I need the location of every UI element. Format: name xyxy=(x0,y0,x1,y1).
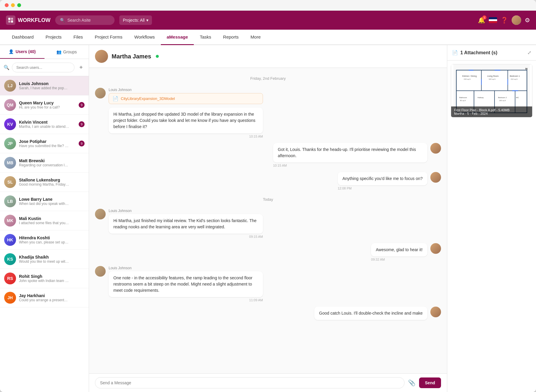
chat-header: Martha James xyxy=(89,45,447,68)
message-time: 10:15 AM xyxy=(273,164,287,167)
message-group: Louis Johnson Hi Martha, just finished m… xyxy=(95,209,263,238)
nav-more[interactable]: More xyxy=(245,30,267,45)
attach-button[interactable]: 📎 xyxy=(408,379,416,386)
groups-icon: 👥 xyxy=(56,50,61,54)
user-preview: Good morning Martha, Friday's here xyxy=(19,182,69,187)
user-avatar: LB xyxy=(4,195,16,207)
user-avatar: JH xyxy=(4,292,16,304)
users-icon: 👤 xyxy=(9,49,14,54)
projects-dropdown[interactable]: Projects: All ▾ xyxy=(119,15,152,25)
chat-input-area: 📎 Send xyxy=(89,373,447,392)
user-name: Hitendra Koshti xyxy=(19,235,85,240)
expand-icon[interactable]: ⤢ xyxy=(527,50,531,55)
message-content: Louis Johnson One note - in the accessib… xyxy=(109,266,263,302)
minimize-button[interactable] xyxy=(11,3,15,7)
nav-amessage[interactable]: aMessage xyxy=(161,30,194,45)
list-item[interactable]: QM Queen Mary Lucy Hi, are you free for … xyxy=(0,95,89,115)
message-bubble: Awesome, glad to hear it! xyxy=(371,243,427,256)
attachment-filename: First Floor Plan - Block A.pdf - 5.40MB xyxy=(454,108,529,112)
nav-workflows[interactable]: Workflows xyxy=(129,30,161,45)
message-group: Awesome, glad to hear it! 09:32 AM xyxy=(371,243,441,261)
add-user-button[interactable]: + xyxy=(77,63,85,72)
tab-users[interactable]: 👤 Users (40) xyxy=(0,45,45,59)
settings-icon[interactable]: ⚙ xyxy=(525,17,530,24)
user-info: Stallone Lukensburg Good morning Martha,… xyxy=(19,178,85,187)
attachment-header: 📄 1 Attachment (s) ⤢ xyxy=(447,45,536,60)
message-avatar xyxy=(430,143,441,154)
attachment-preview: N Kitchen / Dining 240 sq ft Living Room xyxy=(451,64,532,117)
user-avatar: JP xyxy=(4,138,16,149)
date-divider-today: Today xyxy=(95,195,441,204)
svg-rect-0 xyxy=(8,18,10,20)
user-info: Jose Potiphar Have you submitted the fil… xyxy=(19,139,76,148)
user-name: Jose Potiphar xyxy=(19,139,76,144)
tab-groups[interactable]: 👥 Groups xyxy=(45,45,89,59)
document-icon: 📄 xyxy=(452,50,458,55)
chat-messages: Friday, 2nd February Louis Johnson 📄 Cit… xyxy=(89,68,447,373)
title-bar xyxy=(0,0,536,11)
list-item[interactable]: KS Khadija Shaikh Would you like to meet… xyxy=(0,250,89,269)
svg-rect-3 xyxy=(11,20,13,23)
message-bubble: Hi Martha, just finished my initial revi… xyxy=(109,214,263,234)
chat-contact-name: Martha James xyxy=(112,53,151,60)
message-sender: Louis Johnson xyxy=(109,209,263,213)
message-sender: Louis Johnson xyxy=(109,88,263,92)
list-item[interactable]: MB Matt Brewski Regarding our conversati… xyxy=(0,153,89,173)
svg-text:85 sq ft: 85 sq ft xyxy=(460,100,466,101)
message-avatar xyxy=(95,88,106,98)
send-button[interactable]: Send xyxy=(419,377,441,388)
unread-badge: 9 xyxy=(79,141,85,146)
nav-bar: Dashboard Projects Files Project Forms W… xyxy=(0,30,536,45)
svg-text:Kitchen / Dining: Kitchen / Dining xyxy=(462,75,477,77)
user-info: Queen Mary Lucy Hi, are you free for a c… xyxy=(19,101,76,109)
list-item[interactable]: RS Rohit Singh John spoke with Indian te… xyxy=(0,269,89,288)
nav-projects[interactable]: Projects xyxy=(39,30,67,45)
list-item[interactable]: JH Jay Harkhani Could you arrange a pres… xyxy=(0,288,89,307)
list-item[interactable]: SL Stallone Lukensburg Good morning Mart… xyxy=(0,173,89,192)
search-placeholder: Search Asite xyxy=(67,18,91,23)
list-item[interactable]: MK Mali Kustin I attached some files tha… xyxy=(0,211,89,230)
notification-icon[interactable]: 🔔 1 xyxy=(478,17,485,24)
list-item[interactable]: HK Hitendra Koshti When you can, please … xyxy=(0,230,89,250)
message-time: 11:09 AM xyxy=(249,298,263,302)
maximize-button[interactable] xyxy=(17,3,21,7)
list-item[interactable]: KV Kelvin Vincent Martha, I am unable to… xyxy=(0,115,89,134)
search-bar[interactable]: 🔍 Search Asite xyxy=(55,15,115,25)
nav-tasks[interactable]: Tasks xyxy=(194,30,217,45)
language-flag[interactable] xyxy=(489,17,497,23)
user-preview: Have you submitted the file? Client is..… xyxy=(19,144,69,148)
svg-text:190 sq ft: 190 sq ft xyxy=(499,100,506,101)
svg-text:Bathroom: Bathroom xyxy=(459,97,467,98)
nav-files[interactable]: Files xyxy=(68,30,89,45)
user-avatar: SL xyxy=(4,176,16,188)
search-input[interactable] xyxy=(12,63,74,72)
help-icon[interactable]: ❓ xyxy=(501,17,508,24)
svg-rect-12 xyxy=(481,70,508,91)
notification-badge: 1 xyxy=(482,15,486,20)
logo-area: WORKFLOW xyxy=(6,15,50,25)
list-item[interactable]: LB Lowe Barry Lane When last did you spe… xyxy=(0,192,89,211)
list-item[interactable]: JP Jose Potiphar Have you submitted the … xyxy=(0,134,89,153)
message-avatar xyxy=(430,243,441,254)
user-preview: Sarah, I have added the popup window to … xyxy=(19,86,69,90)
svg-rect-9 xyxy=(456,70,481,91)
attachment-panel: 📄 1 Attachment (s) ⤢ N xyxy=(447,45,536,392)
app-window: WORKFLOW 🔍 Search Asite Projects: All ▾ … xyxy=(0,0,536,392)
message-bubble: Good catch Louis. I'll double-check the … xyxy=(314,307,427,320)
message-group: Good catch Louis. I'll double-check the … xyxy=(314,307,441,320)
user-avatar-header[interactable] xyxy=(512,15,521,25)
list-item[interactable]: LJ Louis Johnson Sarah, I have added the… xyxy=(0,76,89,95)
user-preview: When you can, please set up a call with … xyxy=(19,240,69,244)
online-status-indicator xyxy=(156,55,159,58)
nav-project-forms[interactable]: Project Forms xyxy=(89,30,128,45)
message-input[interactable] xyxy=(95,377,405,388)
attachment-title: 📄 1 Attachment (s) xyxy=(452,50,497,55)
message-content: Awesome, glad to hear it! 09:32 AM xyxy=(371,243,427,261)
search-icon-sidebar: 🔍 xyxy=(4,65,9,70)
close-button[interactable] xyxy=(5,3,9,7)
sidebar: 👤 Users (40) 👥 Groups 🔍 + LJ Louis Johns… xyxy=(0,45,89,392)
nav-dashboard[interactable]: Dashboard xyxy=(6,30,39,45)
attachment-file-info: First Floor Plan - Block A.pdf - 5.40MB … xyxy=(451,106,532,117)
file-attachment[interactable]: 📄 CityLibraryExpansion_3DModel xyxy=(109,93,263,104)
nav-reports[interactable]: Reports xyxy=(217,30,245,45)
